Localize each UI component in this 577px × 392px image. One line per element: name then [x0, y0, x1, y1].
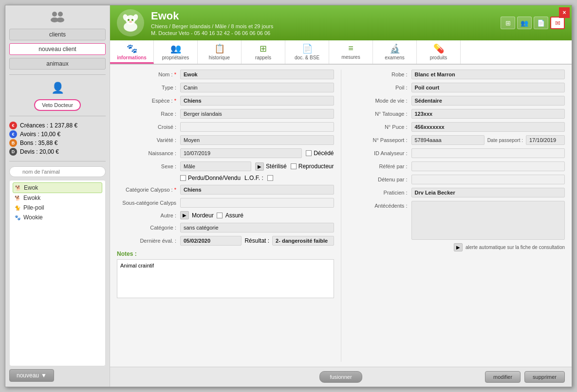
clients-button[interactable]: clients — [9, 29, 106, 40]
poil-label: Poil : — [348, 85, 411, 90]
passeport-row: N° Passeport : 57894aaaa Date passeport … — [348, 135, 565, 145]
praticien-label: Praticien : — [348, 190, 411, 196]
tab-proprietaires[interactable]: 👥 propriétaires — [154, 40, 198, 64]
patient-subtitle1: Chiens / Berger islandais / Mâle / 8 moi… — [151, 23, 494, 29]
mordeur-select[interactable]: ▶ — [180, 211, 189, 219]
notes-label: Notes : — [117, 250, 334, 257]
derniere-eval-row: Dernière éval. : 05/02/2020 Résultat : 2… — [117, 236, 334, 246]
categorie-calypso-value: Chiens — [180, 185, 334, 195]
categorie-calypso-label: Catégorie Calypso : — [117, 187, 180, 193]
avoirs-item: € Avoirs : 10,00 € — [9, 130, 106, 139]
tab-doc-bse[interactable]: 📄 doc. & BSE — [285, 40, 329, 64]
notes-textarea[interactable]: Animal craintif — [117, 259, 334, 298]
race-label: Race : — [117, 111, 180, 117]
examens-tab-label: examens — [385, 55, 405, 60]
croise-label: Croisé : — [117, 124, 180, 130]
creances-icon: € — [9, 122, 17, 129]
nouveau-button[interactable]: nouveau ▼ — [9, 369, 54, 382]
race-value: Berger islandais — [180, 109, 334, 119]
close-button[interactable]: × — [559, 7, 570, 18]
mode-vie-value: Sédentaire — [411, 96, 565, 106]
animal-search-wrap — [9, 166, 106, 177]
lof-checkbox[interactable] — [267, 175, 273, 181]
tab-examens[interactable]: 🔬 examens — [373, 40, 417, 64]
animal-search-input[interactable] — [9, 166, 106, 177]
id-analyseur-row: ID Analyseur : — [348, 148, 565, 158]
veto-doctor-button[interactable]: Veto Docteur — [34, 99, 81, 111]
animaux-button[interactable]: animaux — [9, 58, 106, 70]
animal-item-ewok[interactable]: 🐕 Ewok — [13, 182, 102, 193]
sous-categorie-row: Sous-catégorie Calyps — [117, 198, 334, 208]
refere-par-label: Référé par : — [348, 163, 411, 169]
date-passeport-value: 17/10/2019 — [526, 135, 565, 145]
document-button[interactable]: 📄 — [534, 17, 548, 29]
nouveau-client-button[interactable]: nouveau client — [9, 43, 106, 55]
animal-item-pilepoil[interactable]: 🐈 Pile-poil — [13, 203, 102, 213]
decede-checkbox[interactable] — [306, 150, 312, 156]
users-button[interactable]: 👥 — [517, 17, 532, 29]
modifier-button[interactable]: modifier — [485, 371, 521, 383]
sidebar: clients nouveau client animaux 👤 Veto Do… — [5, 5, 110, 387]
espece-label: Espèce : — [117, 98, 180, 104]
categorie-label: Catégorie : — [117, 225, 180, 231]
sexe-row: Sexe : Mâle ▶ Stérilisé Reproducteur — [117, 161, 334, 171]
sterilise-select[interactable]: ▶ — [255, 162, 264, 171]
tab-produits[interactable]: 💊 produits — [417, 40, 461, 64]
detenu-par-value — [411, 175, 565, 184]
antecedents-row: Antécédents : — [348, 201, 565, 240]
perdu-checkbox[interactable] — [180, 175, 186, 181]
alerte-select[interactable]: ▶ — [454, 243, 463, 251]
animal-name-ewok: Ewok — [24, 184, 38, 191]
animal-item-wookie[interactable]: 🐾 Wookie — [13, 213, 102, 222]
tatouage-label: N° Tatouage : — [348, 111, 411, 117]
tab-rappels[interactable]: ⊞ rappels — [242, 40, 285, 64]
animal-item-ewokk[interactable]: 🐕 Ewokk — [13, 193, 102, 203]
mesures-tab-label: mesures — [341, 54, 360, 60]
avoirs-label: Avoirs : 10,00 € — [20, 131, 60, 138]
bottom-right-actions: modifier supprimer — [362, 371, 565, 383]
svg-point-1 — [58, 12, 63, 17]
animal-name-ewokk: Ewokk — [23, 195, 40, 201]
nom-row: Nom : Ewok — [117, 70, 334, 79]
reproducteur-row: Reproducteur — [291, 163, 334, 170]
type-label: Type : — [117, 85, 180, 90]
svg-point-3 — [56, 18, 64, 22]
categorie-row: Catégorie : sans catégorie — [117, 223, 334, 232]
categorie-calypso-row: Catégorie Calypso : Chiens — [117, 185, 334, 195]
supprimer-button[interactable]: supprimer — [524, 371, 565, 383]
puce-label: N° Puce : — [348, 124, 411, 130]
clients-icon — [49, 10, 66, 24]
informations-tab-icon: 🐾 — [127, 43, 137, 54]
tab-informations[interactable]: 🐾 informations — [110, 40, 154, 64]
email-button[interactable]: ✉ — [550, 17, 565, 29]
variete-row: Variété : Moyen — [117, 135, 334, 145]
fusionner-button[interactable]: fusionner — [319, 371, 362, 383]
tab-historique[interactable]: 📋 historique — [198, 40, 242, 64]
bons-item: B Bons : 35,88 € — [9, 139, 106, 147]
devis-icon: D — [9, 148, 17, 156]
decede-checkbox-row: Décédé — [306, 150, 334, 157]
sidebar-top-icons — [9, 10, 106, 24]
bottom-bar: fusionner modifier supprimer — [110, 367, 572, 387]
dog-icon-ewokk: 🐕 — [15, 196, 20, 201]
mesures-tab-icon: ≡ — [348, 43, 354, 53]
rappels-tab-icon: ⊞ — [260, 43, 267, 54]
antecedents-label: Antécédents : — [348, 201, 411, 209]
praticien-value: Drv Leia Becker — [411, 188, 565, 197]
bons-label: Bons : 35,88 € — [20, 140, 57, 146]
user-icon: 👤 — [51, 82, 64, 94]
creances-item: € Créances : 1 237,88 € — [9, 121, 106, 130]
proprietaires-tab-label: propriétaires — [162, 55, 189, 60]
assure-checkbox[interactable] — [217, 213, 223, 218]
dropdown-arrow-icon: ▼ — [41, 372, 47, 379]
nom-label: Nom : — [117, 71, 180, 77]
date-passeport-label: Date passeport : — [487, 138, 523, 143]
reproducteur-checkbox[interactable] — [291, 163, 297, 169]
tab-mesures[interactable]: ≡ mesures — [329, 40, 373, 64]
autre-label: Autre : — [117, 213, 180, 218]
animal-list: 🐕 Ewok 🐕 Ewokk 🐈 Pile-poil 🐾 Wookie — [9, 180, 106, 366]
header-actions: ⊞ 👥 📄 ✉ — [501, 17, 565, 29]
financial-section: € Créances : 1 237,88 € € Avoirs : 10,00… — [9, 121, 106, 156]
variete-label: Variété : — [117, 137, 180, 143]
grid-view-button[interactable]: ⊞ — [501, 17, 515, 29]
